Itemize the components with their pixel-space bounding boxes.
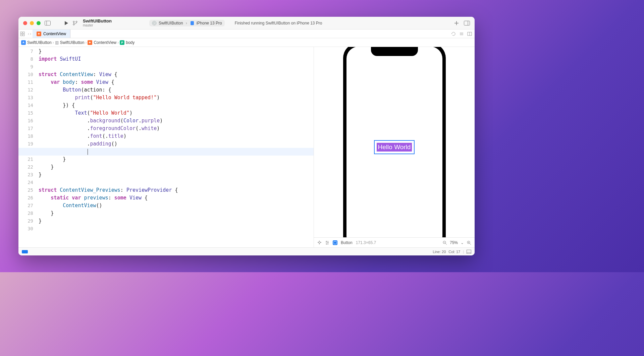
code-line[interactable]: Button(action: { (39, 86, 314, 94)
code-line[interactable]: } (39, 48, 314, 55)
main-area: 7891011121314151617181920212223242526272… (18, 47, 475, 247)
chevron-down-icon[interactable]: ⌄ (461, 240, 464, 245)
svg-rect-8 (191, 21, 194, 25)
cursor-col: Col: 17 (448, 250, 460, 254)
close-window[interactable] (23, 21, 27, 25)
zoom-out-icon[interactable] (442, 240, 447, 245)
element-badge-icon (333, 240, 337, 245)
code-line[interactable]: }) { (39, 102, 314, 109)
chevron-right-icon: › (186, 21, 187, 25)
code-line[interactable]: .foregroundColor(.white) (39, 125, 314, 132)
branch-icon[interactable] (73, 21, 77, 25)
code-body[interactable]: }import SwiftUI struct ContentView: View… (37, 47, 314, 247)
svg-rect-45 (467, 250, 471, 253)
build-status: Finished running SwiftUIButton on iPhone… (235, 21, 450, 25)
library-add-icon[interactable] (454, 20, 459, 26)
jump-bar[interactable]: SwiftUIButton › ▥SwiftUIButton › ✦Conten… (18, 38, 475, 47)
svg-point-5 (76, 21, 77, 22)
code-line[interactable]: .font(.title) (39, 132, 314, 140)
project-meta[interactable]: SwiftUIButton master (83, 19, 112, 27)
code-line[interactable]: .padding() (39, 140, 314, 148)
code-line[interactable]: } (39, 156, 314, 163)
svg-point-4 (73, 24, 74, 25)
swift-file-icon: ✦ (88, 40, 92, 45)
svg-rect-0 (45, 21, 51, 25)
run-button-icon[interactable] (64, 21, 69, 25)
line-gutter: 7891011121314151617181920212223242526272… (18, 47, 37, 247)
code-line[interactable]: } (39, 171, 314, 179)
xcode-window: SwiftUIButton master SwiftUIButton › iPh… (18, 17, 475, 255)
code-line[interactable]: .background(Color.purple) (39, 117, 314, 125)
svg-point-3 (73, 21, 74, 22)
cursor-line: Line: 20 (433, 250, 446, 254)
minimize-window[interactable] (30, 21, 34, 25)
chevron-right-icon: › (53, 40, 54, 45)
svg-rect-14 (23, 32, 24, 34)
code-line[interactable]: ContentView() (39, 202, 314, 210)
svg-marker-2 (65, 21, 68, 25)
svg-line-42 (470, 243, 471, 245)
code-line[interactable] (39, 179, 314, 186)
settings-icon[interactable] (325, 240, 329, 245)
split-editor-icon[interactable] (467, 32, 472, 36)
selected-element: Button (341, 240, 353, 245)
swift-file-icon: ✦ (37, 32, 41, 36)
debug-indicator-icon[interactable] (22, 250, 28, 253)
code-line[interactable]: print("Hello World tapped!") (39, 94, 314, 102)
preview-pane: Preview Hello World (314, 47, 475, 247)
code-line[interactable]: import SwiftUI (39, 55, 314, 63)
app-icon (21, 40, 26, 45)
project-branch: master (83, 23, 112, 27)
folder-icon: ▥ (55, 40, 59, 45)
code-line[interactable] (39, 225, 314, 233)
svg-rect-13 (20, 32, 22, 34)
related-items-icon[interactable] (18, 32, 26, 36)
statusbar: Line: 20 Col: 17 | (18, 247, 475, 255)
window-controls (23, 21, 41, 25)
svg-point-36 (326, 244, 327, 245)
chevron-right-icon: › (85, 40, 87, 45)
code-line[interactable] (39, 148, 314, 156)
toggle-debug-area-icon[interactable] (467, 250, 471, 254)
scheme-selector[interactable]: SwiftUIButton › iPhone 13 Pro (149, 20, 225, 26)
code-line[interactable]: } (39, 163, 314, 171)
svg-line-39 (445, 243, 447, 245)
toggle-navigator-icon[interactable] (45, 21, 51, 25)
code-line[interactable]: } (39, 210, 314, 217)
scheme-target: SwiftUIButton (159, 21, 183, 25)
code-line[interactable]: var body: some View { (39, 78, 314, 86)
nav-back-icon[interactable]: ‹ (28, 32, 29, 36)
project-title: SwiftUIButton (83, 19, 112, 23)
code-line[interactable] (39, 63, 314, 71)
zoom-in-icon[interactable] (467, 240, 471, 245)
svg-point-34 (326, 241, 327, 242)
code-line[interactable]: } (39, 217, 314, 225)
notch (371, 47, 418, 56)
property-icon: P (120, 40, 124, 45)
preview-button[interactable]: Hello World (377, 143, 412, 152)
preview-footer: Button 171.3×65.7 75% ⌄ (314, 237, 475, 247)
simulator-icon (190, 21, 195, 25)
code-editor[interactable]: 7891011121314151617181920212223242526272… (18, 47, 314, 247)
tab-contentview[interactable]: ✦ ContentView (33, 29, 70, 38)
refresh-icon[interactable] (451, 32, 456, 36)
toggle-inspector-icon[interactable] (464, 20, 470, 26)
pin-icon[interactable] (317, 240, 322, 245)
zoom-window[interactable] (37, 21, 41, 25)
svg-point-6 (152, 21, 156, 25)
adjust-editor-icon[interactable] (459, 32, 464, 36)
svg-rect-15 (20, 34, 22, 36)
svg-rect-16 (23, 34, 24, 36)
phone-frame: Hello World (343, 47, 446, 237)
preview-canvas[interactable]: Preview Hello World (314, 47, 475, 237)
nav-forward-icon[interactable]: › (30, 32, 31, 36)
code-line[interactable]: struct ContentView_Previews: PreviewProv… (39, 186, 314, 194)
code-line[interactable]: Text("Hello World") (39, 109, 314, 117)
chevron-right-icon: › (117, 40, 119, 45)
code-line[interactable]: static var previews: some View { (39, 194, 314, 202)
tab-label: ContentView (43, 32, 66, 36)
zoom-level[interactable]: 75% (450, 240, 458, 245)
svg-rect-37 (334, 241, 336, 244)
tab-bar: ‹ › ✦ ContentView (18, 29, 475, 38)
code-line[interactable]: struct ContentView: View { (39, 71, 314, 78)
